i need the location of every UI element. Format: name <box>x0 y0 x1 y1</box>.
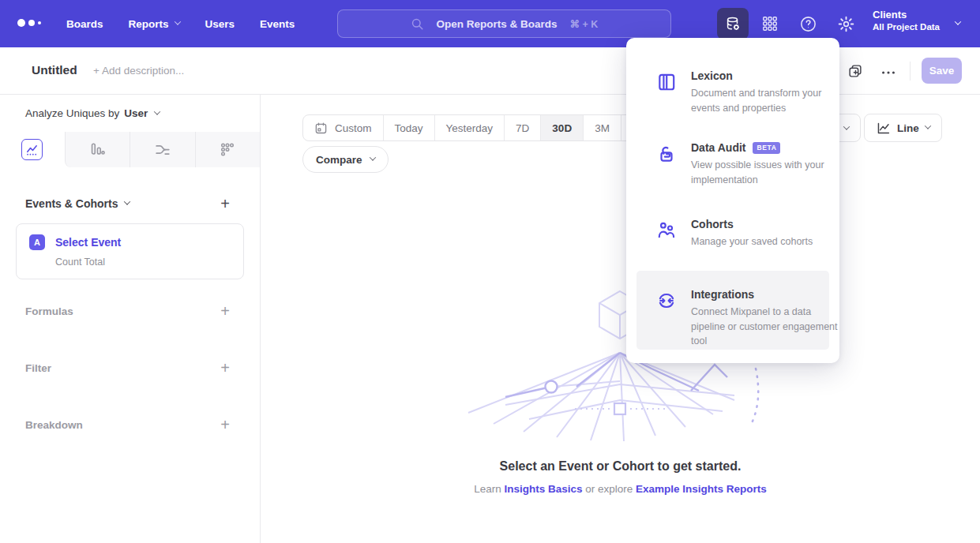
search-icon <box>411 17 424 31</box>
menu-item-description: Manage your saved cohorts <box>691 234 839 249</box>
data-audit-lock-icon <box>656 144 677 164</box>
menu-item-lexicon[interactable]: Lexicon Document and transform your even… <box>656 69 839 115</box>
nav-users[interactable]: Users <box>205 18 235 30</box>
menu-item-title: Integrations <box>691 288 839 301</box>
chevron-down-icon <box>154 108 160 114</box>
empty-state-title: Select an Event or Cohort to get started… <box>261 459 980 474</box>
search-shortcut: ⌘ + K <box>570 18 599 30</box>
formulas-label: Formulas <box>25 305 73 317</box>
insights-basics-link[interactable]: Insights Basics <box>504 483 582 495</box>
tab-metrics[interactable] <box>195 132 261 167</box>
event-letter-badge: A <box>29 234 45 250</box>
apps-grid-button[interactable] <box>760 14 779 33</box>
global-search[interactable]: Open Reports & Boards ⌘ + K <box>337 9 671 38</box>
line-chart-icon <box>876 121 891 136</box>
menu-item-integrations[interactable]: Integrations Connect Mixpanel to a data … <box>656 288 839 349</box>
lexicon-book-icon <box>656 72 677 92</box>
copy-plus-icon <box>847 62 864 80</box>
nav-reports[interactable]: Reports <box>129 18 180 30</box>
header-divider <box>910 62 911 81</box>
apps-grid-icon <box>761 15 779 32</box>
integrations-sync-icon <box>656 290 677 311</box>
duplicate-report-button[interactable] <box>847 62 864 80</box>
analyze-uniques-selector[interactable]: Analyze Uniques by User <box>0 95 260 132</box>
chevron-down-icon <box>369 154 375 160</box>
tab-line-chart[interactable] <box>0 132 65 167</box>
chevron-down-icon <box>955 18 961 24</box>
chevron-down-icon <box>124 198 130 204</box>
example-insights-reports-link[interactable]: Example Insights Reports <box>636 483 767 495</box>
filter-label: Filter <box>25 362 51 374</box>
menu-item-title: Data Audit <box>691 141 745 154</box>
more-options-button[interactable] <box>880 64 897 81</box>
tab-bar-chart[interactable] <box>65 132 130 167</box>
menu-item-data-audit[interactable]: Data Audit BETA View possible issues wit… <box>656 141 839 187</box>
learn-prefix: Learn <box>474 483 504 495</box>
menu-item-description: View possible issues with your implement… <box>691 158 839 187</box>
menu-item-cohorts[interactable]: Cohorts Manage your saved cohorts <box>656 218 839 249</box>
add-breakdown-button[interactable]: + <box>220 417 230 433</box>
add-event-button[interactable]: + <box>220 196 230 212</box>
select-event-button[interactable]: Select Event <box>55 236 121 249</box>
add-filter-button[interactable]: + <box>220 360 230 376</box>
project-scope: All Project Data <box>873 22 940 32</box>
data-management-button[interactable] <box>717 8 749 39</box>
filter-section: Filter + <box>0 360 260 376</box>
analyze-value: User <box>124 107 148 119</box>
formulas-section: Formulas + <box>0 303 260 319</box>
analyze-prefix: Analyze Uniques by <box>25 107 119 119</box>
chevron-down-icon <box>174 18 180 24</box>
line-chart-icon <box>25 143 39 156</box>
event-card[interactable]: A Select Event Count Total <box>16 223 244 279</box>
nav-boards[interactable]: Boards <box>66 18 103 30</box>
tab-flow-chart[interactable] <box>130 132 195 167</box>
help-button[interactable] <box>798 14 817 33</box>
query-builder-sidebar: Analyze Uniques by User <box>0 95 261 543</box>
or-explore-text: or explore <box>582 483 636 495</box>
chevron-down-icon <box>843 123 850 129</box>
menu-item-integrations-highlighted[interactable]: Integrations Connect Mixpanel to a data … <box>636 271 829 350</box>
calendar-icon <box>314 122 328 135</box>
date-range-control: Custom Today Yesterday 7D 30D 3M 6M <box>302 114 659 141</box>
beta-badge: BETA <box>753 142 780 154</box>
events-cohorts-section: Events & Cohorts + <box>0 196 260 212</box>
range-yesterday[interactable]: Yesterday <box>434 115 505 140</box>
chevron-down-icon <box>925 122 931 129</box>
menu-item-description: Connect Mixpanel to a data pipeline or c… <box>691 305 839 349</box>
search-placeholder: Open Reports & Boards <box>437 18 558 30</box>
range-today[interactable]: Today <box>383 115 434 140</box>
compare-button[interactable]: Compare <box>302 146 389 173</box>
save-button[interactable]: Save <box>922 58 962 84</box>
nav-events[interactable]: Events <box>260 18 295 30</box>
project-name: Clients <box>873 9 940 21</box>
mixpanel-logo[interactable] <box>17 19 41 27</box>
count-total-selector[interactable]: Count Total <box>55 257 231 268</box>
range-3m[interactable]: 3M <box>583 115 621 140</box>
flow-sankey-icon <box>154 141 171 159</box>
ellipsis-icon <box>880 64 897 81</box>
report-canvas: Custom Today Yesterday 7D 30D 3M 6M Comp… <box>261 95 980 543</box>
settings-gear-icon <box>837 15 855 33</box>
bar-chart-icon <box>88 141 106 159</box>
add-description-field[interactable]: + Add description... <box>93 65 184 77</box>
settings-button[interactable] <box>836 14 855 33</box>
cohorts-people-icon <box>656 220 677 241</box>
empty-state-links: Learn Insights Basics or explore Example… <box>261 483 980 495</box>
project-switcher[interactable]: Clients All Project Data <box>873 9 940 32</box>
report-title[interactable]: Untitled <box>32 63 77 77</box>
menu-item-description: Document and transform your events and p… <box>691 86 839 115</box>
add-formula-button[interactable]: + <box>220 303 230 319</box>
breakdown-section: Breakdown + <box>0 417 260 433</box>
metrics-dots-icon <box>219 141 236 159</box>
menu-item-title: Cohorts <box>691 218 839 230</box>
chart-type-dropdown[interactable]: Line <box>864 114 942 142</box>
database-gear-icon <box>724 15 742 32</box>
menu-item-title: Lexicon <box>691 69 839 82</box>
data-management-menu: Lexicon Document and transform your even… <box>626 38 839 363</box>
chart-type-tabs <box>0 132 260 167</box>
range-30d-selected[interactable]: 30D <box>540 115 583 140</box>
breakdown-label: Breakdown <box>25 419 83 431</box>
events-cohorts-label[interactable]: Events & Cohorts <box>25 197 118 210</box>
range-custom[interactable]: Custom <box>303 115 383 140</box>
range-7d[interactable]: 7D <box>504 115 540 140</box>
